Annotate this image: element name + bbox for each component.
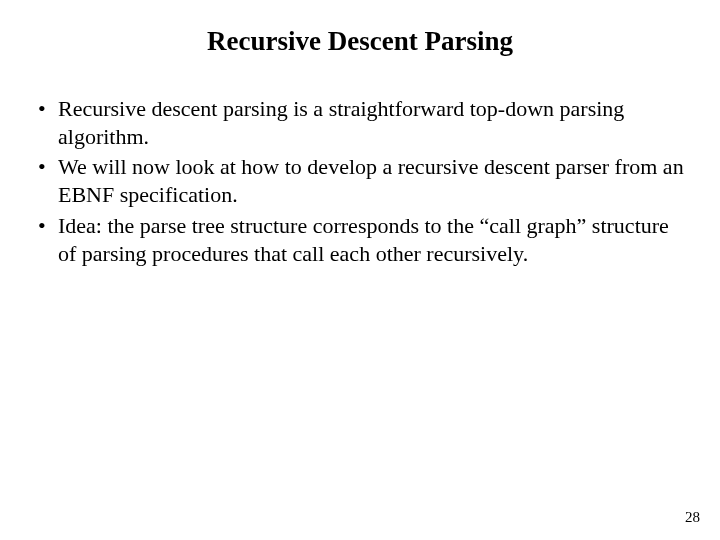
list-item: Idea: the parse tree structure correspon… bbox=[38, 212, 690, 268]
page-number: 28 bbox=[685, 509, 700, 526]
bullet-list: Recursive descent parsing is a straightf… bbox=[30, 95, 690, 268]
slide: Recursive Descent Parsing Recursive desc… bbox=[0, 0, 720, 540]
slide-title: Recursive Descent Parsing bbox=[30, 26, 690, 57]
list-item: We will now look at how to develop a rec… bbox=[38, 153, 690, 209]
list-item: Recursive descent parsing is a straightf… bbox=[38, 95, 690, 151]
